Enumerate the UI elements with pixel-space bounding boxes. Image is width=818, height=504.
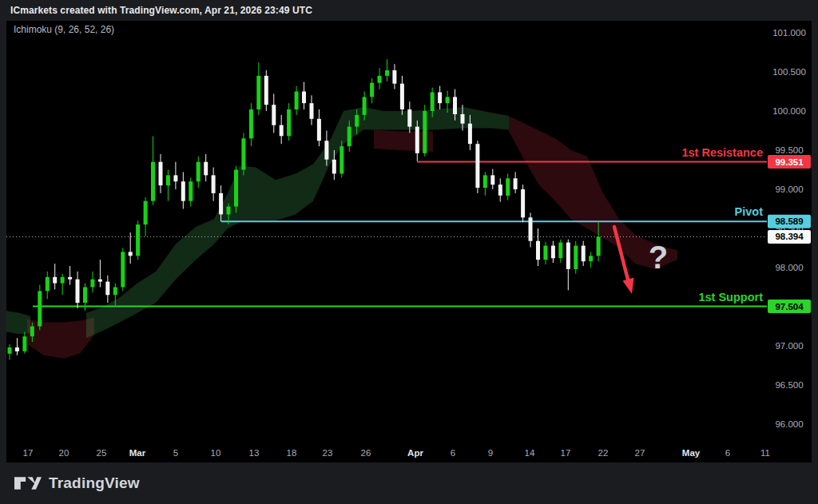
candle-up bbox=[8, 347, 12, 354]
resistance-price-badge-text: 99.351 bbox=[775, 157, 804, 167]
candle-down bbox=[514, 178, 518, 189]
price-axis-label: 100.000 bbox=[772, 106, 806, 116]
candle-down bbox=[475, 144, 479, 188]
candle-up bbox=[256, 76, 260, 109]
candle-up bbox=[385, 70, 389, 76]
time-axis-label: 11 bbox=[760, 448, 770, 458]
candle-up bbox=[483, 175, 487, 188]
candle-up bbox=[363, 97, 367, 114]
time-axis-label: 14 bbox=[525, 448, 535, 458]
candle-up bbox=[543, 246, 547, 260]
candle-up bbox=[370, 83, 374, 97]
candle-down bbox=[498, 185, 502, 196]
candle-down bbox=[212, 175, 216, 193]
candle-up bbox=[249, 109, 253, 138]
price-axis-label: 99.500 bbox=[775, 145, 803, 155]
candle-down bbox=[461, 114, 465, 124]
candle-up bbox=[378, 76, 382, 83]
support-price-badge-text: 97.504 bbox=[775, 302, 804, 312]
candle-down bbox=[453, 97, 457, 114]
candle-down bbox=[272, 105, 276, 125]
candle-down bbox=[490, 175, 494, 185]
candle-up bbox=[558, 243, 562, 259]
candle-up bbox=[189, 181, 193, 201]
time-axis-label: 6 bbox=[725, 448, 730, 458]
candle-down bbox=[105, 282, 109, 296]
candle-up bbox=[166, 175, 170, 185]
candle-up bbox=[431, 93, 435, 112]
candle-down bbox=[159, 162, 163, 185]
time-axis-label: 18 bbox=[287, 448, 297, 458]
time-axis-label: May bbox=[682, 448, 701, 458]
candle-up bbox=[355, 115, 359, 127]
candle-up bbox=[197, 162, 201, 182]
candle-down bbox=[98, 280, 102, 282]
time-axis-label: Apr bbox=[407, 448, 423, 458]
candle-up bbox=[83, 288, 87, 304]
candle-down bbox=[392, 70, 396, 84]
price-axis-label: 97.000 bbox=[775, 341, 803, 351]
candle-down bbox=[317, 119, 321, 141]
candle-up bbox=[234, 170, 238, 207]
question-mark-annotation: ? bbox=[649, 240, 668, 275]
candle-down bbox=[181, 181, 185, 201]
candle-down bbox=[68, 277, 72, 280]
candle-down bbox=[204, 162, 208, 176]
candle-down bbox=[407, 109, 411, 127]
support-label: 1st Support bbox=[698, 291, 763, 304]
price-axis-label: 96.000 bbox=[775, 419, 803, 429]
time-axis-label: Mar bbox=[129, 448, 146, 458]
candle-up bbox=[340, 146, 343, 173]
time-axis-label: 23 bbox=[323, 448, 333, 458]
candle-up bbox=[38, 291, 42, 326]
candle-down bbox=[302, 92, 306, 104]
candle-up bbox=[30, 327, 34, 337]
pivot-price-badge-text: 98.589 bbox=[775, 216, 803, 226]
resistance-label: 1st Resistance bbox=[681, 146, 763, 159]
time-axis-label: 6 bbox=[451, 448, 455, 458]
candle-down bbox=[129, 252, 133, 256]
price-axis-label: 98.000 bbox=[775, 263, 803, 272]
time-axis-label: 5 bbox=[173, 448, 178, 458]
time-axis-label: 17 bbox=[561, 448, 571, 458]
time-axis-label: 26 bbox=[361, 448, 371, 458]
candle-down bbox=[582, 246, 586, 262]
candle-down bbox=[468, 124, 472, 145]
candle-down bbox=[173, 175, 177, 181]
price-axis-label: 96.500 bbox=[775, 380, 803, 390]
candle-up bbox=[151, 162, 155, 201]
candle-down bbox=[551, 246, 555, 259]
candle-up bbox=[144, 201, 148, 224]
down-arrow-head bbox=[623, 278, 634, 295]
candle-down bbox=[566, 243, 570, 269]
candle-down bbox=[76, 280, 80, 303]
candle-down bbox=[264, 76, 268, 105]
ichimoku-cloud-red bbox=[27, 318, 94, 359]
candle-up bbox=[446, 97, 450, 103]
candle-up bbox=[347, 127, 351, 147]
candle-up bbox=[121, 252, 125, 287]
candle-up bbox=[90, 280, 94, 288]
candle-up bbox=[589, 256, 593, 261]
candle-up bbox=[22, 336, 26, 351]
candle-down bbox=[400, 84, 404, 109]
price-chart[interactable]: 101.000100.500100.00099.50099.00098.5009… bbox=[0, 0, 818, 504]
candle-down bbox=[15, 347, 19, 351]
candle-up bbox=[227, 207, 231, 215]
price-axis-label: 101.000 bbox=[772, 28, 806, 38]
candle-down bbox=[521, 189, 525, 217]
ichimoku-cloud-green bbox=[6, 311, 30, 334]
candle-down bbox=[310, 103, 314, 119]
candle-up bbox=[597, 236, 601, 256]
candle-down bbox=[324, 141, 328, 160]
candle-down bbox=[53, 277, 57, 284]
candle-down bbox=[529, 217, 533, 240]
indicator-label[interactable]: Ichimoku (9, 26, 52, 26) bbox=[14, 24, 114, 35]
ichimoku-cloud-green bbox=[86, 107, 509, 338]
time-axis-label: 27 bbox=[635, 448, 645, 458]
candle-down bbox=[280, 125, 284, 137]
time-axis-label: 25 bbox=[97, 448, 107, 458]
candle-up bbox=[61, 277, 65, 284]
candle-up bbox=[113, 288, 117, 296]
candle-down bbox=[536, 241, 540, 260]
